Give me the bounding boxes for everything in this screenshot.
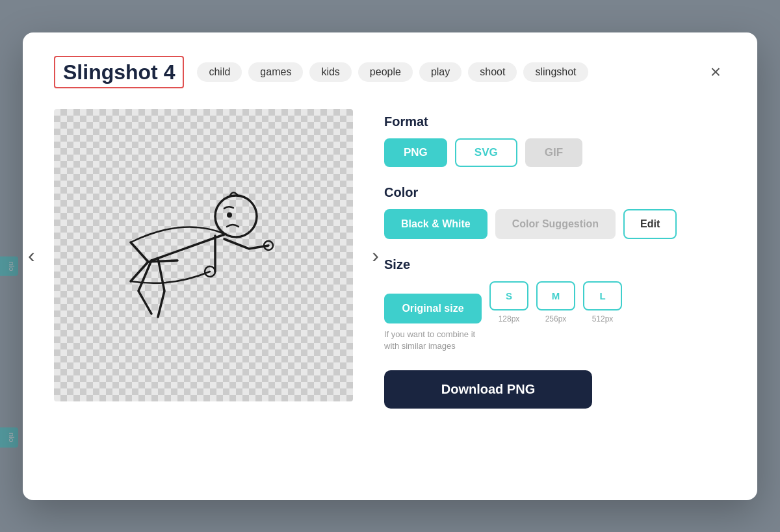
tags-container: child games kids people play shoot sling… (197, 62, 588, 82)
modal: Slingshot 4 child games kids people play… (23, 32, 757, 500)
format-svg-button[interactable]: SVG (455, 138, 517, 167)
size-original-button[interactable]: Original size (384, 294, 482, 323)
tag-shoot[interactable]: shoot (468, 62, 517, 82)
size-section: Size Original size S 128px M 256px (384, 257, 726, 352)
tag-child[interactable]: child (197, 62, 242, 82)
modal-backdrop: Slingshot 4 child games kids people play… (0, 0, 780, 532)
next-button[interactable]: › (364, 238, 387, 272)
size-original-group: Original size (384, 294, 482, 323)
modal-title: Slingshot 4 (54, 56, 184, 88)
stickman-illustration (99, 164, 307, 346)
download-button[interactable]: Download PNG (384, 370, 592, 409)
size-m-px: 256px (545, 314, 567, 323)
prev-button[interactable]: ‹ (20, 238, 43, 272)
size-l-px: 512px (592, 314, 614, 323)
size-label: Size (384, 257, 726, 272)
color-label: Color (384, 185, 726, 200)
format-png-button[interactable]: PNG (384, 138, 447, 167)
tag-people[interactable]: people (358, 62, 413, 82)
size-l-button[interactable]: L (583, 281, 622, 310)
close-button[interactable]: × (705, 60, 726, 84)
svg-point-1 (227, 212, 232, 218)
image-area: ‹ (54, 109, 353, 401)
tag-games[interactable]: games (248, 62, 303, 82)
format-buttons: PNG SVG GIF (384, 138, 726, 167)
size-m-group: M 256px (536, 281, 575, 323)
tag-slingshot[interactable]: slingshot (523, 62, 588, 82)
size-s-px: 128px (499, 314, 520, 323)
svg-line-3 (148, 260, 177, 262)
color-edit-button[interactable]: Edit (623, 209, 677, 239)
color-suggestion-button: Color Suggestion (495, 209, 616, 239)
color-section: Color Black & White Color Suggestion Edi… (384, 185, 726, 239)
color-buttons: Black & White Color Suggestion Edit (384, 209, 726, 239)
size-l-group: L 512px (583, 281, 622, 323)
size-s-group: S 128px (489, 281, 528, 323)
options-panel: Format PNG SVG GIF Color Black & White C… (384, 109, 726, 409)
size-m-button[interactable]: M (536, 281, 575, 310)
modal-body: ‹ (54, 109, 726, 409)
format-label: Format (384, 114, 726, 129)
modal-header: Slingshot 4 child games kids people play… (54, 56, 726, 88)
size-hint: If you want to combine it with similar i… (384, 329, 488, 352)
format-gif-button: GIF (525, 138, 582, 167)
size-buttons: Original size S 128px M 256px L 512px (384, 281, 726, 323)
tag-kids[interactable]: kids (309, 62, 351, 82)
color-bw-button[interactable]: Black & White (384, 209, 488, 239)
size-s-button[interactable]: S (489, 281, 528, 310)
tag-play[interactable]: play (419, 62, 462, 82)
svg-point-0 (215, 196, 257, 237)
image-container (54, 109, 353, 401)
format-section: Format PNG SVG GIF (384, 114, 726, 167)
